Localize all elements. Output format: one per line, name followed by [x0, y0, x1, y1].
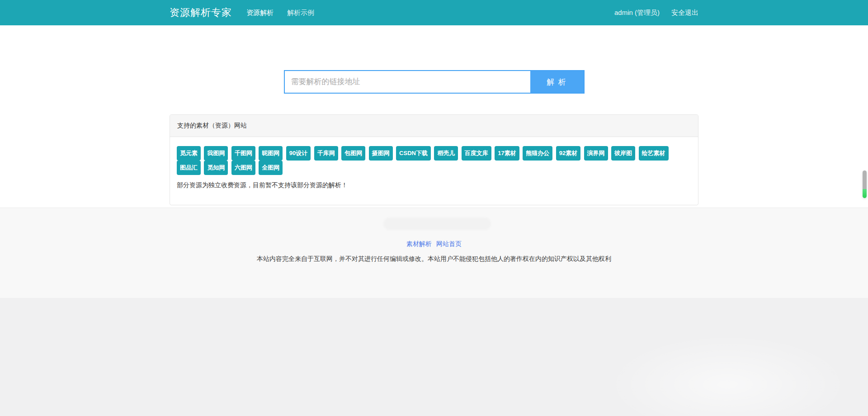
site-badge: 觅元素 [177, 146, 201, 161]
logout-link[interactable]: 安全退出 [671, 9, 698, 17]
site-badge-list: 觅元素 我图网 千图网 昵图网 90设计 千库网 包图网 摄图网 CSDN下载 … [177, 146, 691, 175]
panel-body: 觅元素 我图网 千图网 昵图网 90设计 千库网 包图网 摄图网 CSDN下载 … [170, 137, 698, 205]
user-menu[interactable]: admin (管理员) [614, 9, 660, 17]
supported-sites-panel: 支持的素材（资源）网站 觅元素 我图网 千图网 昵图网 90设计 千库网 包图网… [170, 114, 698, 205]
scrollbar-widget[interactable] [863, 170, 867, 198]
site-badge: 包图网 [341, 146, 365, 161]
site-badge: 17素材 [495, 146, 519, 161]
site-badge: 绘艺素材 [639, 146, 669, 161]
scrollbar-thumb[interactable] [863, 170, 867, 189]
bottom-strip [0, 298, 868, 416]
parse-url-input[interactable] [285, 71, 530, 93]
footer-link-material-parse[interactable]: 素材解析 [406, 240, 432, 247]
site-badge: 全图网 [259, 161, 283, 175]
footer-disclaimer: 本站内容完全来自于互联网，并不对其进行任何编辑或修改。本站用户不能侵犯包括他人的… [0, 255, 868, 263]
site-badge: 我图网 [204, 146, 228, 161]
footer: 素材解析 网站首页 本站内容完全来自于互联网，并不对其进行任何编辑或修改。本站用… [0, 208, 868, 298]
site-badge: 摄图网 [369, 146, 393, 161]
nav-item-parse-examples[interactable]: 解析示例 [287, 9, 314, 17]
parse-url-group: 解 析 [284, 70, 585, 94]
site-badge: 90设计 [286, 146, 311, 161]
paid-resource-note: 部分资源为独立收费资源，目前暂不支持该部分资源的解析！ [177, 181, 691, 189]
site-badge: CSDN下载 [396, 146, 431, 161]
site-badge: 千图网 [231, 146, 255, 161]
scroll-indicator-green[interactable] [863, 189, 867, 198]
site-badge: 稻壳儿 [434, 146, 458, 161]
site-badge: 百度文库 [462, 146, 491, 161]
faint-watermark [383, 217, 491, 230]
site-badge: 熊猫办公 [523, 146, 552, 161]
site-badge: 彼岸图 [611, 146, 635, 161]
site-badge: 图品汇 [177, 161, 201, 175]
parse-button[interactable]: 解 析 [530, 71, 584, 93]
site-badge: 演界网 [584, 146, 608, 161]
navbar-inner: 资源解析专家 资源解析 解析示例 admin (管理员) 安全退出 [170, 0, 698, 25]
footer-link-home[interactable]: 网站首页 [436, 240, 462, 247]
site-badge: 觅知网 [204, 161, 228, 175]
nav-item-resource-parse[interactable]: 资源解析 [246, 9, 274, 17]
site-badge: 千库网 [314, 146, 338, 161]
navbar-right: admin (管理员) 安全退出 [603, 9, 698, 17]
site-badge: 92素材 [556, 146, 580, 161]
bottom-glow-decoration [588, 326, 868, 416]
brand-title[interactable]: 资源解析专家 [170, 6, 232, 19]
main-content: 解 析 支持的素材（资源）网站 觅元素 我图网 千图网 昵图网 90设计 千库网… [0, 25, 868, 208]
panel-header: 支持的素材（资源）网站 [170, 115, 698, 137]
site-badge: 六图网 [231, 161, 255, 175]
navbar: 资源解析专家 资源解析 解析示例 admin (管理员) 安全退出 [0, 0, 868, 25]
site-badge: 昵图网 [259, 146, 283, 161]
